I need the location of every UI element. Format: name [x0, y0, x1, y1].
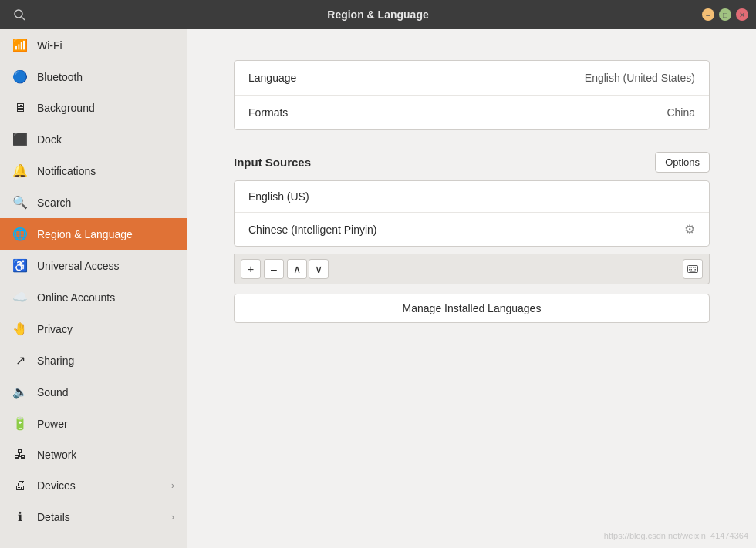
sidebar-label-notifications: Notifications: [37, 165, 174, 177]
sidebar-label-online-accounts: Online Accounts: [37, 291, 174, 304]
sidebar-item-notifications[interactable]: 🔔Notifications: [0, 155, 187, 187]
sidebar-label-devices: Devices: [37, 479, 162, 492]
search-button[interactable]: [8, 3, 31, 26]
network-icon: 🖧: [12, 448, 28, 462]
input-sources-card: English (US)Chinese (Intelligent Pinyin)…: [234, 180, 710, 247]
region-language-icon: 🌐: [12, 227, 28, 241]
input-source-label-0: English (US): [248, 190, 695, 203]
sidebar-label-dock: Dock: [37, 133, 174, 146]
input-source-row-0[interactable]: English (US): [235, 181, 709, 213]
options-button[interactable]: Options: [655, 152, 710, 173]
privacy-icon: 🤚: [12, 321, 28, 336]
input-source-row-1[interactable]: Chinese (Intelligent Pinyin)⚙: [235, 213, 709, 246]
maximize-button[interactable]: □: [719, 8, 731, 21]
keyboard-layout-button[interactable]: [683, 259, 703, 279]
language-label: Language: [248, 72, 585, 84]
dock-icon: ⬛: [12, 132, 28, 146]
window-controls: – □ ✕: [702, 8, 748, 21]
close-button[interactable]: ✕: [736, 8, 748, 21]
sidebar-item-devices[interactable]: 🖨Devices›: [0, 470, 187, 501]
sidebar-label-sharing: Sharing: [37, 355, 174, 367]
sidebar-label-privacy: Privacy: [37, 323, 174, 335]
sidebar-label-sound: Sound: [37, 386, 174, 398]
sidebar-item-power[interactable]: 🔋Power: [0, 408, 187, 439]
sidebar-item-details[interactable]: ℹDetails›: [0, 501, 187, 533]
wifi-icon: 📶: [12, 38, 28, 52]
reorder-buttons: ∧ ∨: [287, 259, 329, 279]
titlebar: Region & Language – □ ✕: [0, 0, 756, 29]
chevron-icon-details: ›: [171, 512, 174, 523]
bluetooth-icon: 🔵: [12, 69, 28, 84]
notifications-icon: 🔔: [12, 163, 28, 178]
remove-input-source-button[interactable]: –: [264, 259, 284, 279]
sidebar-item-universal-access[interactable]: ♿Universal Access: [0, 250, 187, 281]
sidebar-label-network: Network: [37, 449, 174, 461]
watermark: https://blog.csdn.net/weixin_41474364: [604, 531, 748, 540]
sidebar-item-region-language[interactable]: 🌐Region & Language: [0, 218, 187, 250]
search-icon: 🔍: [12, 195, 28, 210]
svg-rect-10: [695, 269, 697, 271]
formats-label: Formats: [248, 106, 667, 119]
sidebar-item-wifi[interactable]: 📶Wi-Fi: [0, 29, 187, 61]
sidebar-label-region-language: Region & Language: [37, 228, 174, 240]
manage-languages-button[interactable]: Manage Installed Languages: [234, 294, 710, 323]
gear-icon-1[interactable]: ⚙: [684, 222, 695, 237]
move-down-button[interactable]: ∨: [309, 259, 329, 279]
svg-rect-3: [689, 267, 690, 268]
sidebar-label-background: Background: [37, 102, 174, 114]
content-area: Language English (United States) Formats…: [187, 29, 756, 548]
input-sources-toolbar: + – ∧ ∨: [234, 254, 710, 284]
svg-rect-4: [691, 267, 693, 268]
sidebar-item-sharing[interactable]: ↗Sharing: [0, 345, 187, 376]
svg-rect-7: [689, 269, 690, 271]
sidebar-item-dock[interactable]: ⬛Dock: [0, 123, 187, 155]
sidebar-label-universal-access: Universal Access: [37, 260, 174, 272]
input-sources-header: Input Sources Options: [234, 152, 710, 173]
svg-rect-9: [690, 271, 696, 272]
move-up-button[interactable]: ∧: [287, 259, 307, 279]
sidebar-label-power: Power: [37, 418, 174, 430]
minimize-button[interactable]: –: [702, 8, 714, 21]
sound-icon: 🔈: [12, 385, 28, 399]
add-input-source-button[interactable]: +: [241, 259, 261, 279]
formats-row[interactable]: Formats China: [235, 96, 709, 129]
sidebar-item-sound[interactable]: 🔈Sound: [0, 376, 187, 408]
sidebar-item-privacy[interactable]: 🤚Privacy: [0, 313, 187, 345]
language-formats-card: Language English (United States) Formats…: [234, 60, 710, 130]
svg-line-1: [22, 17, 25, 20]
online-accounts-icon: ☁️: [12, 290, 28, 304]
svg-rect-8: [691, 269, 693, 271]
universal-access-icon: ♿: [12, 258, 28, 273]
sidebar-item-background[interactable]: 🖥Background: [0, 92, 187, 123]
input-sources-title: Input Sources: [234, 156, 655, 169]
sidebar-item-bluetooth[interactable]: 🔵Bluetooth: [0, 61, 187, 92]
details-icon: ℹ: [12, 509, 28, 524]
svg-rect-6: [695, 267, 697, 268]
sidebar: 📶Wi-Fi🔵Bluetooth🖥Background⬛Dock🔔Notific…: [0, 29, 187, 548]
language-row[interactable]: Language English (United States): [235, 61, 709, 96]
svg-rect-5: [693, 267, 694, 268]
chevron-icon-devices: ›: [171, 480, 174, 491]
sidebar-label-search: Search: [37, 197, 174, 209]
main-layout: 📶Wi-Fi🔵Bluetooth🖥Background⬛Dock🔔Notific…: [0, 29, 756, 548]
sharing-icon: ↗: [12, 353, 28, 368]
svg-point-0: [15, 10, 22, 18]
sidebar-item-search[interactable]: 🔍Search: [0, 187, 187, 218]
window-title: Region & Language: [327, 8, 428, 21]
language-value: English (United States): [585, 72, 695, 84]
sidebar-label-wifi: Wi-Fi: [37, 39, 174, 52]
sidebar-item-online-accounts[interactable]: ☁️Online Accounts: [0, 281, 187, 313]
devices-icon: 🖨: [12, 479, 28, 493]
sidebar-item-network[interactable]: 🖧Network: [0, 439, 187, 470]
input-source-label-1: Chinese (Intelligent Pinyin): [248, 224, 684, 236]
formats-value: China: [667, 106, 695, 119]
background-icon: 🖥: [12, 101, 28, 115]
sidebar-label-details: Details: [37, 511, 162, 523]
sidebar-label-bluetooth: Bluetooth: [37, 71, 174, 83]
power-icon: 🔋: [12, 416, 28, 431]
